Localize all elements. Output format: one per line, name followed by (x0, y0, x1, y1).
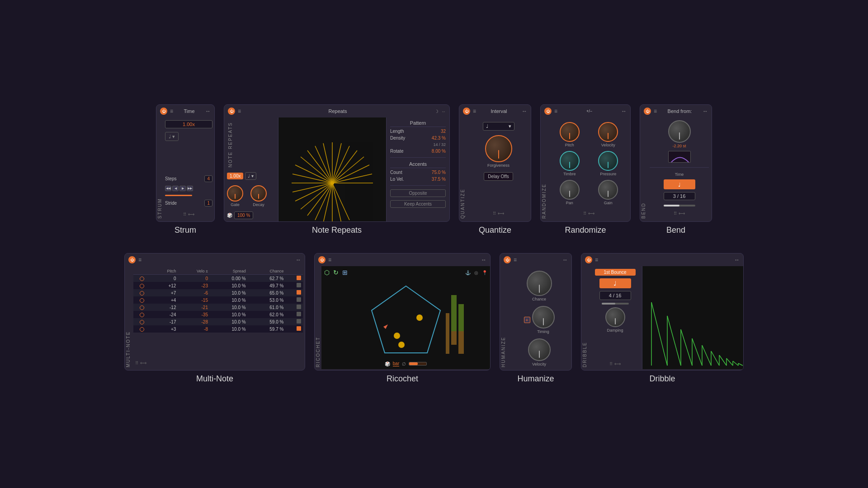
row-spread[interactable]: 10.0 % (210, 289, 248, 296)
row-velo[interactable]: -8 (178, 325, 210, 333)
row-spread[interactable]: 10.0 % (210, 311, 248, 318)
bend-slider[interactable] (664, 205, 695, 206)
row-spread[interactable]: 10.0 % (210, 318, 248, 325)
hum-power[interactable]: ⏻ (504, 256, 511, 263)
timbre-knob[interactable] (560, 151, 580, 171)
row-square[interactable] (285, 296, 303, 304)
ric-target-icon[interactable]: ◎ (474, 270, 478, 275)
row-spread[interactable]: 10.0 % (210, 282, 248, 289)
count-value[interactable]: 75.0 % (432, 170, 446, 175)
row-pitch[interactable]: -24 (151, 311, 178, 318)
drib-slider[interactable] (602, 303, 629, 305)
row-velo[interactable]: -15 (178, 296, 210, 304)
arrow-right-right[interactable]: ▶▶ (187, 186, 193, 191)
chance-knob[interactable] (527, 271, 552, 296)
row-square[interactable] (285, 311, 303, 318)
q-menu-icon[interactable]: ≡ (473, 108, 476, 114)
ric-pin-icon[interactable]: 📍 (482, 270, 487, 275)
row-chance[interactable]: 53.0 % (248, 296, 286, 304)
opposite-btn[interactable]: Opposite (390, 189, 446, 197)
arrow-left-left[interactable]: ◀◀ (165, 186, 171, 191)
row-velo[interactable]: -35 (178, 311, 210, 318)
q-expand-icon[interactable]: ↔ (522, 108, 527, 114)
pressure-knob[interactable] (598, 151, 618, 171)
row-chance[interactable]: 49.7 % (248, 282, 286, 289)
row-chance[interactable]: 65.0 % (248, 289, 286, 296)
row-chance[interactable]: 59.7 % (248, 325, 286, 333)
drib-power[interactable]: ⏻ (585, 256, 592, 263)
row-square[interactable] (285, 304, 303, 311)
interval-select[interactable]: ♩ ▾ (483, 122, 514, 131)
arrow-right[interactable]: ▶ (179, 186, 186, 191)
strum-note-icon[interactable]: ♩ ▾ (165, 132, 179, 141)
ric-null-icon[interactable]: ∅ (402, 361, 406, 366)
hum-expand-icon[interactable]: ↔ (562, 257, 568, 263)
row-power[interactable] (133, 304, 151, 311)
strum-expand-icon[interactable]: ↔ (205, 108, 211, 114)
row-chance[interactable]: 59.0 % (248, 318, 286, 325)
strum-menu-icon[interactable]: ≡ (170, 108, 173, 114)
row-spread[interactable]: 10.0 % (210, 325, 248, 333)
timing-plus[interactable]: + (524, 317, 530, 323)
row-pitch[interactable]: +12 (151, 282, 178, 289)
row-pitch[interactable]: 0 (151, 275, 178, 282)
row-chance[interactable]: 62.0 % (248, 311, 286, 318)
bend-power[interactable]: ⏻ (644, 108, 651, 115)
pan-knob[interactable] (560, 180, 580, 200)
row-power[interactable] (133, 289, 151, 296)
forgiveness-knob[interactable] (485, 135, 512, 162)
row-pitch[interactable]: +3 (151, 325, 178, 333)
row-pitch[interactable]: -12 (151, 304, 178, 311)
row-velo[interactable]: -28 (178, 318, 210, 325)
row-power[interactable] (133, 318, 151, 325)
bend-time-ratio[interactable]: 3 / 16 (664, 192, 695, 200)
bend-knob[interactable] (668, 120, 691, 143)
lo-vel-value[interactable]: 37.5 % (432, 177, 446, 182)
ric-refresh-icon[interactable]: ↻ (333, 269, 339, 276)
ric-polygon-icon[interactable]: ⬡ (324, 269, 330, 276)
row-power[interactable] (133, 275, 151, 282)
nr-note-btn[interactable]: ♩ ▾ (245, 172, 256, 180)
row-square[interactable] (285, 282, 303, 289)
nr-expand-icon[interactable]: ↔ (441, 109, 446, 114)
delay-offs-btn[interactable]: Delay Offs (484, 172, 513, 181)
row-spread[interactable]: 10.0 % (210, 304, 248, 311)
nr-rate-value[interactable]: 1.00x (227, 173, 243, 179)
arrow-left[interactable]: ◀ (172, 186, 179, 191)
row-power[interactable] (133, 282, 151, 289)
pitch-knob[interactable] (560, 122, 580, 142)
damping-knob[interactable] (605, 307, 625, 327)
row-velo[interactable]: 0 (178, 275, 210, 282)
row-spread[interactable]: 0.00 % (210, 275, 248, 282)
drib-menu-icon[interactable]: ≡ (595, 257, 598, 263)
row-chance[interactable]: 61.0 % (248, 304, 286, 311)
velocity-knob[interactable] (598, 122, 618, 142)
row-velo[interactable]: -6 (178, 289, 210, 296)
rand-menu-icon[interactable]: ≡ (554, 108, 557, 114)
row-power[interactable] (133, 325, 151, 333)
nr-power[interactable]: ⏻ (228, 108, 235, 115)
ric-menu-icon[interactable]: ≡ (328, 257, 331, 263)
decay-knob[interactable] (250, 185, 267, 202)
stride-value[interactable]: 1 (204, 200, 212, 206)
nr-menu-icon[interactable]: ≡ (238, 108, 241, 114)
rand-power[interactable]: ⏻ (544, 108, 552, 115)
row-power[interactable] (133, 311, 151, 318)
drib-note-icon[interactable]: ♩ (599, 278, 631, 288)
length-value[interactable]: 32 (441, 129, 446, 134)
bend-expand-icon[interactable]: ↔ (703, 108, 708, 114)
density-value[interactable]: 42.3 % (432, 136, 446, 141)
ric-bar-control[interactable] (409, 362, 427, 366)
first-bounce-label[interactable]: 1st Bounce (595, 269, 636, 276)
q-power[interactable]: ⏻ (463, 108, 470, 115)
bend-menu-icon[interactable]: ≡ (654, 108, 657, 114)
strum-time-value[interactable]: 1.00x (165, 120, 212, 128)
ric-dice-icon[interactable]: 🎲 (385, 361, 390, 366)
ric-anchor-icon[interactable]: ⚓ (465, 270, 471, 275)
ric-power[interactable]: ⏻ (318, 256, 326, 263)
row-velo[interactable]: -23 (178, 282, 210, 289)
drib-expand-icon[interactable]: ↔ (734, 257, 740, 263)
row-pitch[interactable]: -17 (151, 318, 178, 325)
row-square[interactable] (285, 289, 303, 296)
row-pitch[interactable]: +7 (151, 289, 178, 296)
